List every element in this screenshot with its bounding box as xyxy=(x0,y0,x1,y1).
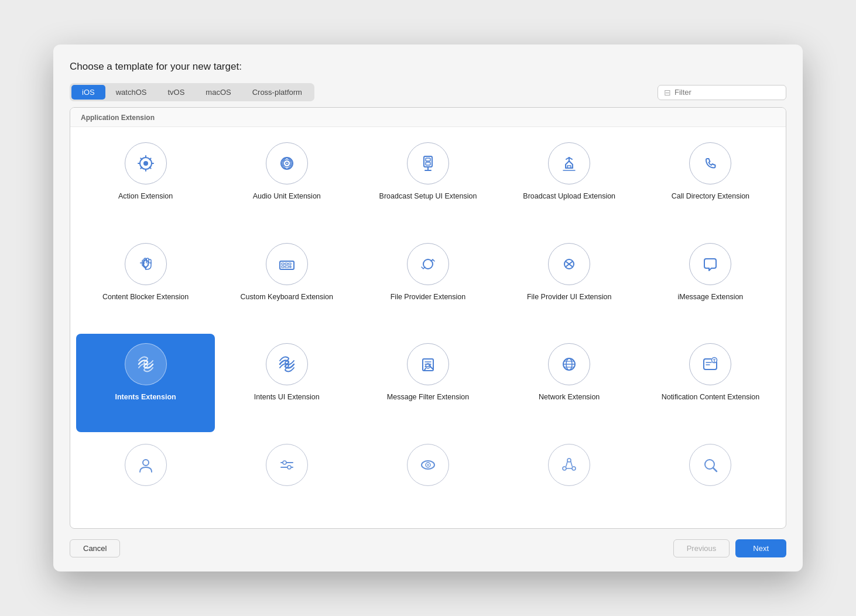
intents-ext-icon xyxy=(125,343,167,385)
grid-item-broadcast-setup-ext[interactable]: Broadcast Setup UI Extension xyxy=(358,133,497,231)
broadcast-setup-ext-label: Broadcast Setup UI Extension xyxy=(379,191,477,202)
svg-rect-8 xyxy=(280,261,294,269)
new-target-dialog: Choose a template for your new target: i… xyxy=(53,45,803,571)
content-blocker-ext-icon xyxy=(125,243,167,285)
grid-item-file-provider-ui-ext[interactable]: File Provider UI Extension xyxy=(500,234,639,332)
message-filter-ext-icon xyxy=(407,343,449,385)
svg-rect-13 xyxy=(285,266,289,268)
tab-filter-row: iOS watchOS tvOS macOS Cross-platform ⊟ xyxy=(70,83,786,101)
filter-input[interactable] xyxy=(674,88,780,97)
custom-keyboard-ext-label: Custom Keyboard Extension xyxy=(241,292,333,303)
grid-item-partial4[interactable] xyxy=(500,434,639,522)
broadcast-setup-ext-icon xyxy=(407,142,449,184)
call-directory-ext-icon xyxy=(689,142,731,184)
imessage-ext-label: iMessage Extension xyxy=(677,292,743,303)
filter-box: ⊟ xyxy=(658,85,786,100)
platform-tabs: iOS watchOS tvOS macOS Cross-platform xyxy=(70,83,314,101)
notification-content-ext-icon xyxy=(689,343,731,385)
svg-rect-10 xyxy=(285,263,287,265)
svg-point-31 xyxy=(287,466,291,469)
imessage-ext-icon xyxy=(689,243,731,285)
tab-macos[interactable]: macOS xyxy=(195,85,241,100)
tab-tvos[interactable]: tvOS xyxy=(157,85,195,100)
audio-unit-ext-icon xyxy=(266,142,308,184)
call-directory-ext-label: Call Directory Extension xyxy=(672,191,749,202)
grid-item-file-provider-ext[interactable]: File Provider Extension xyxy=(358,234,497,332)
svg-point-30 xyxy=(283,461,286,464)
audio-unit-ext-label: Audio Unit Extension xyxy=(253,191,321,202)
previous-button[interactable]: Previous xyxy=(673,539,730,557)
svg-rect-12 xyxy=(282,266,284,268)
intents-ui-ext-icon xyxy=(266,343,308,385)
custom-keyboard-ext-icon xyxy=(266,243,308,285)
grid-item-partial3[interactable] xyxy=(358,434,497,522)
tab-crossplatform[interactable]: Cross-platform xyxy=(242,85,313,100)
message-filter-ext-label: Message Filter Extension xyxy=(387,392,469,403)
action-ext-label: Action Extension xyxy=(118,191,173,202)
grid-item-intents-ext[interactable]: Intents Extension xyxy=(76,334,215,432)
action-ext-icon xyxy=(125,142,167,184)
intents-ext-label: Intents Extension xyxy=(115,392,176,403)
network-ext-icon xyxy=(548,343,590,385)
svg-rect-15 xyxy=(423,359,433,371)
tab-ios[interactable]: iOS xyxy=(71,85,105,100)
svg-rect-9 xyxy=(282,263,284,265)
svg-rect-7 xyxy=(426,162,430,165)
grid-item-partial5[interactable] xyxy=(641,434,780,522)
grid-item-partial2[interactable] xyxy=(217,434,356,522)
svg-line-39 xyxy=(571,461,573,467)
grid-item-network-ext[interactable]: Network Extension xyxy=(500,334,639,432)
filter-icon: ⊟ xyxy=(664,88,671,97)
partial2-icon xyxy=(266,444,308,486)
svg-point-34 xyxy=(427,464,429,466)
file-provider-ui-ext-label: File Provider UI Extension xyxy=(527,292,612,303)
partial4-icon xyxy=(548,444,590,486)
grid-item-custom-keyboard-ext[interactable]: Custom Keyboard Extension xyxy=(217,234,356,332)
grid-item-partial1[interactable] xyxy=(76,434,215,522)
svg-rect-11 xyxy=(289,263,291,265)
content-area: Application Extension Action Extension xyxy=(70,107,786,529)
svg-point-27 xyxy=(143,460,149,466)
intents-ui-ext-label: Intents UI Extension xyxy=(254,392,320,403)
grid-item-audio-unit-ext[interactable]: Audio Unit Extension xyxy=(217,133,356,231)
notification-content-ext-label: Notification Content Extension xyxy=(662,392,759,403)
next-button[interactable]: Next xyxy=(735,539,786,557)
content-blocker-ext-label: Content Blocker Extension xyxy=(102,292,189,303)
file-provider-ext-icon xyxy=(407,243,449,285)
tab-watchos[interactable]: watchOS xyxy=(105,85,157,100)
svg-rect-6 xyxy=(426,158,430,161)
grid-item-action-ext[interactable]: Action Extension xyxy=(76,133,215,231)
svg-line-42 xyxy=(713,468,717,471)
svg-point-36 xyxy=(563,467,566,470)
grid-item-imessage-ext[interactable]: iMessage Extension xyxy=(641,234,780,332)
section-header: Application Extension xyxy=(70,108,786,127)
partial3-icon xyxy=(407,444,449,486)
bottom-bar: Cancel Previous Next xyxy=(70,539,786,557)
svg-point-3 xyxy=(283,160,290,167)
grid-item-broadcast-upload-ext[interactable]: Broadcast Upload Extension xyxy=(500,133,639,231)
grid-item-content-blocker-ext[interactable]: Content Blocker Extension xyxy=(76,234,215,332)
partial5-icon xyxy=(689,444,731,486)
network-ext-label: Network Extension xyxy=(539,392,600,403)
svg-line-38 xyxy=(566,461,568,467)
cancel-button[interactable]: Cancel xyxy=(70,539,120,557)
file-provider-ext-label: File Provider Extension xyxy=(391,292,466,303)
svg-point-37 xyxy=(572,467,576,470)
svg-rect-14 xyxy=(290,266,291,268)
broadcast-upload-ext-label: Broadcast Upload Extension xyxy=(523,191,615,202)
grid-item-intents-ui-ext[interactable]: Intents UI Extension xyxy=(217,334,356,432)
file-provider-ui-ext-icon xyxy=(548,243,590,285)
svg-point-4 xyxy=(286,162,288,165)
grid-item-call-directory-ext[interactable]: Call Directory Extension xyxy=(641,133,780,231)
grid-item-message-filter-ext[interactable]: Message Filter Extension xyxy=(358,334,497,432)
partial1-icon xyxy=(125,444,167,486)
dialog-title: Choose a template for your new target: xyxy=(70,61,786,73)
svg-point-1 xyxy=(143,161,148,166)
svg-point-2 xyxy=(281,158,293,169)
broadcast-upload-ext-icon xyxy=(548,142,590,184)
grid-item-notification-content-ext[interactable]: Notification Content Extension xyxy=(641,334,780,432)
extensions-grid: Action Extension Audio Unit Extension xyxy=(70,127,786,528)
nav-buttons: Previous Next xyxy=(673,539,786,557)
